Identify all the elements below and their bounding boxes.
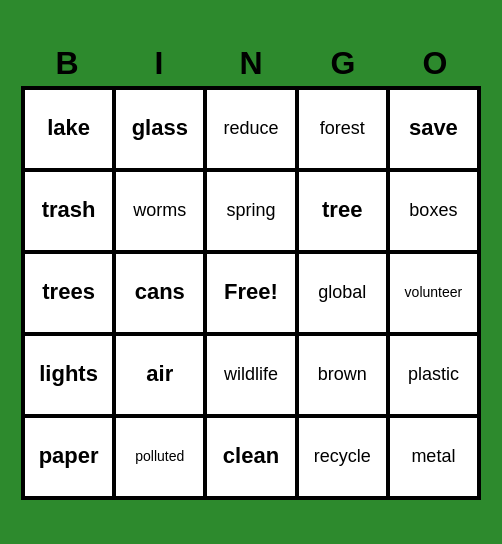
cell-text-r1-c0: trash [42,198,96,222]
cell-r0-c0: lake [23,88,114,170]
cell-text-r3-c0: lights [39,362,98,386]
cell-text-r2-c3: global [318,283,366,303]
header-letter-B: B [21,45,113,82]
cell-text-r4-c3: recycle [314,447,371,467]
cell-r0-c2: reduce [205,88,296,170]
bingo-grid: lakeglassreduceforestsavetrashwormssprin… [21,86,481,500]
cell-text-r0-c1: glass [132,116,188,140]
cell-text-r4-c0: paper [39,444,99,468]
cell-r2-c4: volunteer [388,252,479,334]
bingo-header: BINGO [21,45,481,82]
cell-r4-c4: metal [388,416,479,498]
cell-r4-c0: paper [23,416,114,498]
cell-r3-c1: air [114,334,205,416]
cell-r1-c1: worms [114,170,205,252]
cell-text-r2-c1: cans [135,280,185,304]
cell-text-r4-c4: metal [411,447,455,467]
cell-r0-c4: save [388,88,479,170]
cell-text-r1-c3: tree [322,198,362,222]
cell-r4-c1: polluted [114,416,205,498]
cell-text-r4-c2: clean [223,444,279,468]
cell-r0-c1: glass [114,88,205,170]
cell-r3-c2: wildlife [205,334,296,416]
cell-text-r3-c1: air [146,362,173,386]
cell-r4-c2: clean [205,416,296,498]
cell-text-r4-c1: polluted [135,449,184,464]
cell-r1-c3: tree [297,170,388,252]
cell-text-r2-c4: volunteer [405,285,463,300]
cell-r3-c3: brown [297,334,388,416]
header-letter-N: N [205,45,297,82]
cell-text-r1-c1: worms [133,201,186,221]
cell-text-r0-c3: forest [320,119,365,139]
header-letter-G: G [297,45,389,82]
cell-text-r0-c4: save [409,116,458,140]
cell-text-r1-c4: boxes [409,201,457,221]
cell-r2-c0: trees [23,252,114,334]
cell-r3-c0: lights [23,334,114,416]
cell-text-r2-c0: trees [42,280,95,304]
cell-r0-c3: forest [297,88,388,170]
cell-text-r2-c2: Free! [224,280,278,304]
cell-text-r1-c2: spring [226,201,275,221]
bingo-card: BINGO lakeglassreduceforestsavetrashworm… [11,35,491,510]
cell-r1-c0: trash [23,170,114,252]
cell-r4-c3: recycle [297,416,388,498]
cell-r1-c4: boxes [388,170,479,252]
cell-text-r3-c2: wildlife [224,365,278,385]
cell-r2-c1: cans [114,252,205,334]
cell-text-r0-c0: lake [47,116,90,140]
cell-text-r0-c2: reduce [223,119,278,139]
header-letter-I: I [113,45,205,82]
cell-text-r3-c4: plastic [408,365,459,385]
cell-r1-c2: spring [205,170,296,252]
cell-r2-c2: Free! [205,252,296,334]
cell-text-r3-c3: brown [318,365,367,385]
cell-r3-c4: plastic [388,334,479,416]
cell-r2-c3: global [297,252,388,334]
header-letter-O: O [389,45,481,82]
